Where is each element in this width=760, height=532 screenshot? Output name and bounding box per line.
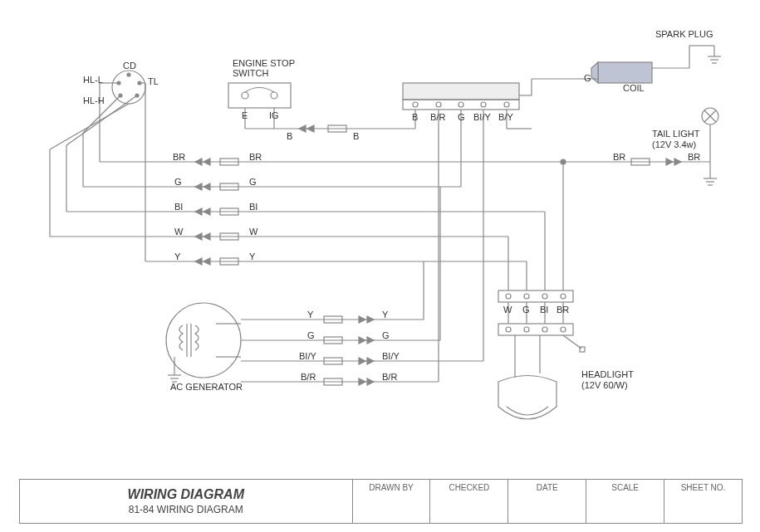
label-tail-light: TAIL LIGHT — [652, 129, 699, 139]
label-coil: COIL — [623, 83, 645, 93]
svg-rect-6 — [228, 83, 291, 108]
hl-g: G — [522, 305, 530, 315]
svg-point-41 — [542, 294, 547, 299]
svg-point-44 — [524, 327, 529, 332]
svg-point-55 — [166, 303, 241, 378]
scale-cell: SCALE — [586, 480, 664, 523]
gen-biy-r: BI/Y — [382, 351, 400, 361]
gen-biy-l: BI/Y — [299, 351, 316, 361]
label-hlh: HL-H — [83, 95, 105, 105]
bus-w-l: W — [174, 227, 183, 237]
gen-y-r: Y — [382, 310, 388, 320]
bus-br-l: BR — [173, 152, 185, 162]
bus-b-r: B — [353, 131, 359, 141]
svg-point-17 — [504, 102, 509, 107]
bus-br-r3: BR — [688, 152, 700, 162]
label-engine-stop: ENGINE STOP SWITCH — [233, 58, 295, 78]
label-cd: CD — [123, 61, 136, 71]
bus-br-r2: BR — [613, 152, 625, 162]
date-cell: DATE — [508, 480, 586, 523]
label-headlight-spec: (12V 60/W) — [581, 380, 628, 390]
drawn-by-cell: DRAWN BY — [353, 480, 431, 523]
svg-point-7 — [242, 92, 248, 99]
hl-br: BR — [557, 305, 569, 315]
bus-bi-l: BI — [174, 202, 183, 212]
bus-bi-r: BI — [249, 202, 257, 212]
gen-y-l: Y — [307, 310, 313, 320]
label-headlight: HEADLIGHT — [581, 369, 634, 379]
bus-w-r: W — [249, 227, 257, 237]
svg-point-8 — [271, 92, 277, 99]
term-by: B/Y — [498, 112, 513, 122]
label-e: E — [242, 110, 248, 120]
label-tl: TL — [148, 76, 159, 86]
sheet-cell: SHEET NO. — [664, 480, 742, 523]
svg-rect-11 — [403, 83, 519, 100]
bus-g-l: G — [174, 177, 182, 187]
label-coil-g: G — [584, 73, 591, 83]
svg-point-15 — [458, 102, 463, 107]
svg-line-53 — [563, 335, 581, 349]
hl-w: W — [503, 305, 512, 315]
svg-point-43 — [506, 327, 511, 332]
label-tail-light-spec: (12V 3.4w) — [652, 139, 696, 149]
term-g: G — [458, 112, 465, 122]
bus-y-l: Y — [174, 251, 180, 261]
bus-b-l: B — [287, 131, 292, 141]
hl-bi: BI — [540, 305, 548, 315]
title-sub: 81-84 WIRING DIAGRAM — [129, 504, 243, 515]
label-ig: IG — [269, 110, 279, 120]
term-b: B — [412, 112, 418, 122]
title-main: WIRING DIAGRAM — [128, 487, 244, 502]
wiring-diagram-canvas: SPARK PLUG COIL G ENGINE STOP SWITCH E I… — [0, 0, 760, 532]
gen-br-r: B/R — [382, 372, 397, 382]
term-biy: BI/Y — [473, 112, 491, 122]
label-spark-plug: SPARK PLUG — [655, 29, 713, 39]
gen-br-l: B/R — [301, 372, 316, 382]
svg-point-14 — [436, 102, 441, 107]
svg-point-42 — [561, 294, 566, 299]
svg-point-16 — [481, 102, 486, 107]
bus-y-r: Y — [249, 251, 255, 261]
svg-point-39 — [506, 294, 511, 299]
bus-br-r: BR — [249, 152, 262, 162]
svg-point-45 — [542, 327, 547, 332]
svg-point-13 — [413, 102, 418, 107]
term-br: B/R — [430, 112, 445, 122]
svg-point-46 — [561, 327, 566, 332]
title-cell: WIRING DIAGRAM 81-84 WIRING DIAGRAM — [20, 480, 353, 523]
gen-g-r: G — [382, 330, 390, 340]
svg-line-89 — [50, 104, 129, 149]
label-ac-gen: AC GENERATOR — [170, 382, 243, 392]
svg-rect-38 — [498, 324, 573, 335]
svg-point-1 — [127, 73, 130, 76]
svg-rect-37 — [498, 290, 573, 302]
checked-cell: CHECKED — [430, 480, 508, 523]
diagram-svg — [0, 0, 760, 532]
svg-rect-18 — [598, 62, 652, 83]
gen-g-l: G — [307, 330, 315, 340]
svg-point-40 — [524, 294, 529, 299]
title-block: WIRING DIAGRAM 81-84 WIRING DIAGRAM DRAW… — [19, 479, 743, 524]
svg-marker-19 — [591, 62, 598, 83]
bus-g-r: G — [249, 177, 257, 187]
label-hll: HL-L — [83, 75, 103, 85]
